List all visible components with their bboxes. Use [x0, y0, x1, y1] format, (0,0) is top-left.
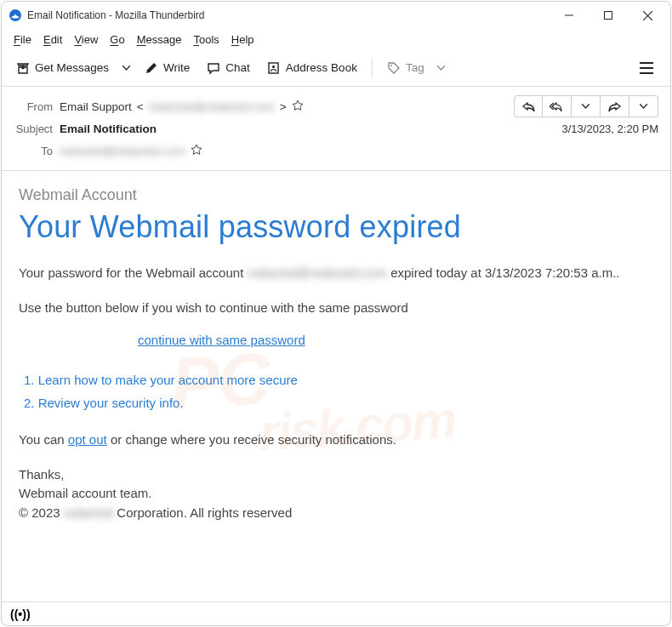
- tag-label: Tag: [406, 61, 424, 74]
- message-date: 3/13/2023, 2:20 PM: [562, 123, 658, 135]
- more-actions-dropdown[interactable]: [629, 95, 658, 117]
- thunderbird-logo-icon: [9, 9, 22, 22]
- subject-label: Subject: [10, 123, 53, 135]
- titlebar: Email Notification - Mozilla Thunderbird: [2, 2, 670, 29]
- chat-label: Chat: [225, 61, 250, 74]
- reply-all-dropdown[interactable]: [572, 95, 601, 117]
- address-book-icon: [267, 61, 281, 75]
- message-action-bar: [514, 95, 658, 117]
- from-label: From: [10, 100, 53, 113]
- menu-file[interactable]: File: [9, 31, 37, 48]
- reply-all-button[interactable]: [543, 95, 572, 117]
- from-angle-open: <: [137, 100, 144, 113]
- footer-corp-masked: redacted: [64, 505, 113, 520]
- maximize-button[interactable]: [589, 2, 628, 29]
- chat-button[interactable]: Chat: [199, 56, 258, 80]
- body-steps-list: Learn how to make your account more secu…: [24, 373, 653, 410]
- app-menu-button[interactable]: [633, 54, 660, 82]
- menu-message[interactable]: Message: [132, 31, 187, 48]
- svg-rect-2: [605, 12, 612, 20]
- opt-out-link[interactable]: opt out: [68, 432, 107, 447]
- close-button[interactable]: [628, 2, 667, 29]
- window-title: Email Notification - Mozilla Thunderbird: [27, 9, 550, 21]
- menu-tools[interactable]: Tools: [188, 31, 224, 48]
- download-icon: [16, 61, 30, 75]
- body-paragraph-2: Use the button below if you wish to cont…: [19, 299, 653, 318]
- tag-icon: [387, 61, 401, 75]
- tag-button[interactable]: Tag: [379, 56, 432, 80]
- pencil-icon: [145, 61, 158, 75]
- get-messages-dropdown[interactable]: [117, 56, 135, 80]
- step-learn-secure[interactable]: Learn how to make your account more secu…: [24, 373, 653, 387]
- message-body: PCrisk.com Webmail Account Your Webmail …: [2, 171, 670, 601]
- write-label: Write: [163, 61, 190, 74]
- body-title: Your Webmail password expired: [19, 209, 653, 245]
- get-messages-button[interactable]: Get Messages: [9, 56, 117, 80]
- body-paragraph-3: You can opt out or change where you rece…: [19, 430, 653, 450]
- footer-team: Webmail account team.: [19, 484, 653, 504]
- tag-dropdown[interactable]: [432, 56, 451, 80]
- menu-edit[interactable]: Edit: [38, 31, 67, 48]
- to-label: To: [10, 145, 53, 157]
- from-name: Email Support: [60, 100, 132, 113]
- app-window: Email Notification - Mozilla Thunderbird…: [1, 1, 671, 626]
- minimize-button[interactable]: [550, 2, 589, 29]
- address-book-label: Address Book: [286, 61, 357, 74]
- menu-view[interactable]: View: [69, 31, 103, 48]
- subject-value: Email Notification: [60, 123, 157, 135]
- connectivity-icon[interactable]: ((•)): [10, 607, 31, 621]
- star-contact-from[interactable]: [292, 100, 304, 114]
- get-messages-label: Get Messages: [35, 61, 109, 74]
- address-book-button[interactable]: Address Book: [259, 56, 365, 80]
- svg-point-6: [272, 65, 275, 67]
- reply-button[interactable]: [514, 95, 543, 117]
- body-account-label: Webmail Account: [19, 186, 653, 204]
- menu-help[interactable]: Help: [226, 31, 259, 48]
- from-address: redacted@redacted.com: [149, 100, 275, 113]
- write-button[interactable]: Write: [137, 56, 197, 80]
- svg-point-7: [390, 65, 392, 66]
- chat-icon: [207, 61, 220, 75]
- to-address: redacted@redacted.com: [60, 145, 185, 157]
- menubar: File Edit View Go Message Tools Help: [2, 29, 670, 49]
- status-bar: ((•)): [2, 601, 670, 625]
- from-angle-close: >: [280, 100, 287, 113]
- continue-same-password-link[interactable]: continue with same password: [138, 333, 653, 347]
- message-header: From Email Support < redacted@redacted.c…: [2, 87, 670, 171]
- footer-thanks: Thanks,: [19, 465, 653, 485]
- forward-button[interactable]: [601, 95, 629, 117]
- body-footer: Thanks, Webmail account team. © 2023 red…: [19, 465, 653, 523]
- menu-go[interactable]: Go: [105, 31, 129, 48]
- star-contact-to[interactable]: [191, 144, 202, 158]
- step-review-security[interactable]: Review your security info.: [24, 396, 653, 410]
- toolbar-divider: [372, 59, 373, 77]
- toolbar: Get Messages Write Chat Address Book: [2, 49, 670, 87]
- body-paragraph-1: Your password for the Webmail account re…: [19, 264, 653, 283]
- body-account-masked: redacted@redacted.com: [247, 265, 386, 280]
